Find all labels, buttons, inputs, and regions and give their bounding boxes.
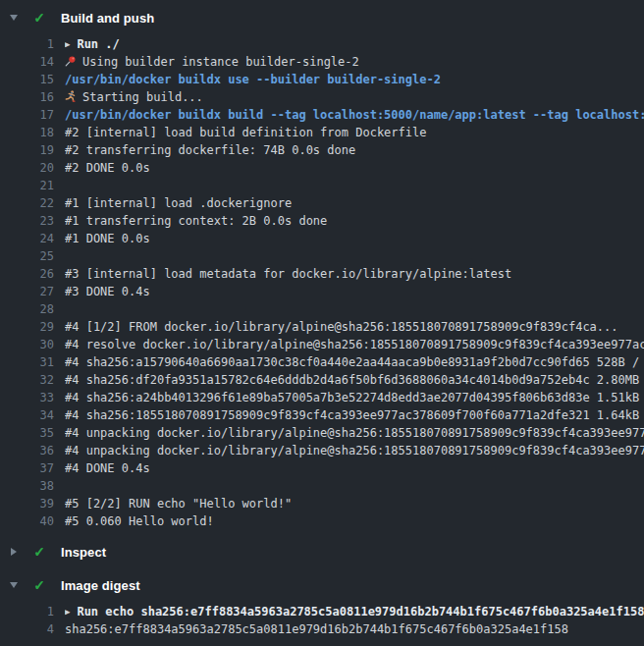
line-text: #4 sha256:a15790640a6690aa1730c38cf0a440… <box>65 355 644 369</box>
line-number[interactable]: 14 <box>0 53 54 71</box>
line-number[interactable]: 36 <box>0 442 54 459</box>
section-header-inspect[interactable]: ✓Inspect <box>0 540 644 564</box>
line-text-container: #4 unpacking docker.io/library/alpine@sh… <box>65 424 644 442</box>
log-line: 21 <box>0 177 644 194</box>
line-number[interactable]: 16 <box>0 88 54 106</box>
section-header-image-digest[interactable]: ✓Image digest <box>0 573 644 597</box>
line-text-container: #2 [internal] load build definition from… <box>65 124 644 141</box>
line-number[interactable]: 40 <box>0 512 54 530</box>
line-text: #4 DONE 0.4s <box>65 461 150 475</box>
log-line: 24#1 DONE 0.0s <box>0 230 644 247</box>
play-icon[interactable]: ▶ <box>65 35 70 53</box>
line-text: Run echo sha256:e7ff8834a5963a2785c5a081… <box>77 605 644 619</box>
line-number[interactable]: 20 <box>0 159 54 177</box>
line-number[interactable]: 30 <box>0 336 54 353</box>
line-text-container: #1 transferring context: 2B 0.0s done <box>65 212 644 230</box>
line-text-container: #2 DONE 0.0s <box>65 159 644 177</box>
check-icon: ✓ <box>31 577 47 593</box>
line-text: /usr/bin/docker buildx use --builder bui… <box>65 73 441 86</box>
log-line: 1▶Run ./ <box>0 35 644 53</box>
line-text: sha256:e7ff8834a5963a2785c5a0811e979d16b… <box>65 622 568 636</box>
line-number[interactable]: 1 <box>0 35 54 53</box>
log-line: 32#4 sha256:df20fa9351a15782c64e6dddb2d4… <box>0 371 644 389</box>
play-icon[interactable]: ▶ <box>65 603 70 620</box>
line-number[interactable]: 15 <box>0 71 54 88</box>
log-line: 39#5 [2/2] RUN echo "Hello world!" <box>0 495 644 512</box>
line-number[interactable]: 35 <box>0 424 54 442</box>
line-number[interactable]: 27 <box>0 283 54 300</box>
line-number[interactable]: 17 <box>0 106 54 124</box>
line-text: #2 transferring dockerfile: 74B 0.0s don… <box>65 143 355 157</box>
line-number[interactable]: 18 <box>0 124 54 141</box>
line-number[interactable]: 37 <box>0 459 54 477</box>
line-text-container: #3 DONE 0.4s <box>65 283 644 300</box>
line-text: #1 transferring context: 2B 0.0s done <box>65 214 327 228</box>
check-icon: ✓ <box>31 544 47 560</box>
line-text: #1 DONE 0.0s <box>65 232 150 245</box>
line-text-container: /usr/bin/docker buildx build --tag local… <box>65 106 644 124</box>
check-icon: ✓ <box>31 10 47 26</box>
line-number[interactable]: 39 <box>0 495 54 512</box>
line-text: /usr/bin/docker buildx build --tag local… <box>65 108 644 122</box>
chevron-down-icon[interactable] <box>8 15 20 21</box>
log-line: 28 <box>0 300 644 318</box>
section-title: Build and push <box>61 11 154 26</box>
line-text-container <box>65 247 644 265</box>
log-line: 1▶Run echo sha256:e7ff8834a5963a2785c5a0… <box>0 603 644 620</box>
line-text-container[interactable]: ▶Run echo sha256:e7ff8834a5963a2785c5a08… <box>65 603 644 620</box>
line-number[interactable]: 32 <box>0 371 54 389</box>
line-text-container <box>65 177 644 194</box>
line-text-container: #1 [internal] load .dockerignore <box>65 194 644 212</box>
line-number[interactable]: 22 <box>0 194 54 212</box>
line-text: #3 [internal] load metadata for docker.i… <box>65 267 511 281</box>
line-text: #4 sha256:185518070891758909c9f839cf4ca3… <box>65 408 644 422</box>
line-text-container: #4 sha256:df20fa9351a15782c64e6dddb2d4a6… <box>65 371 644 389</box>
line-number[interactable]: 24 <box>0 230 54 247</box>
section-header-build-and-push[interactable]: ✓Build and push <box>0 6 644 29</box>
line-text-container <box>65 477 644 495</box>
line-number[interactable]: 26 <box>0 265 54 283</box>
line-text-container: #4 resolve docker.io/library/alpine@sha2… <box>65 336 644 353</box>
line-text-container[interactable]: ▶Run ./ <box>65 35 644 53</box>
chevron-down-icon[interactable] <box>8 582 20 588</box>
line-number[interactable]: 23 <box>0 212 54 230</box>
chevron-right-icon[interactable] <box>8 548 20 556</box>
line-number[interactable]: 1 <box>0 603 54 620</box>
log-line: 20#2 DONE 0.0s <box>0 159 644 177</box>
line-number[interactable]: 31 <box>0 353 54 371</box>
line-number[interactable]: 4 <box>0 620 54 638</box>
log-line: 35#4 unpacking docker.io/library/alpine@… <box>0 424 644 442</box>
chevron-down-icon <box>10 582 18 588</box>
line-text-container <box>65 300 644 318</box>
line-text: #4 [1/2] FROM docker.io/library/alpine@s… <box>65 320 618 334</box>
line-number[interactable]: 25 <box>0 247 54 265</box>
line-number[interactable]: 33 <box>0 389 54 406</box>
line-text: #5 0.060 Hello world! <box>65 514 214 528</box>
line-text: #4 sha256:a24bb4013296f61e89ba57005a7b3e… <box>65 391 644 404</box>
section-title: Image digest <box>61 578 140 593</box>
line-number[interactable]: 29 <box>0 318 54 336</box>
line-text: #1 [internal] load .dockerignore <box>65 196 292 210</box>
line-text: #4 unpacking docker.io/library/alpine@sh… <box>65 444 644 458</box>
log-lines-build-and-push: 1▶Run ./14Using builder instance builder… <box>0 35 644 530</box>
log-line: 17/usr/bin/docker buildx build --tag loc… <box>0 106 644 124</box>
log-line: 23#1 transferring context: 2B 0.0s done <box>0 212 644 230</box>
line-text-container: sha256:e7ff8834a5963a2785c5a0811e979d16b… <box>65 620 644 638</box>
line-text: #3 DONE 0.4s <box>65 285 150 298</box>
line-number[interactable]: 34 <box>0 406 54 424</box>
log-line: 18#2 [internal] load build definition fr… <box>0 124 644 141</box>
log-lines-image-digest: 1▶Run echo sha256:e7ff8834a5963a2785c5a0… <box>0 603 644 638</box>
line-number[interactable]: 28 <box>0 300 54 318</box>
log-line: 34#4 sha256:185518070891758909c9f839cf4c… <box>0 406 644 424</box>
line-number[interactable]: 38 <box>0 477 54 495</box>
line-text: Run ./ <box>77 37 119 51</box>
line-number[interactable]: 21 <box>0 177 54 194</box>
line-text-container: #4 DONE 0.4s <box>65 459 644 477</box>
line-number[interactable]: 19 <box>0 141 54 159</box>
line-text: #2 DONE 0.0s <box>65 161 150 175</box>
line-text-container: Starting build... <box>65 88 644 106</box>
line-text-container: #3 [internal] load metadata for docker.i… <box>65 265 644 283</box>
log-line: 16Starting build... <box>0 88 644 106</box>
section-title: Inspect <box>61 545 106 560</box>
log-line: 19#2 transferring dockerfile: 74B 0.0s d… <box>0 141 644 159</box>
